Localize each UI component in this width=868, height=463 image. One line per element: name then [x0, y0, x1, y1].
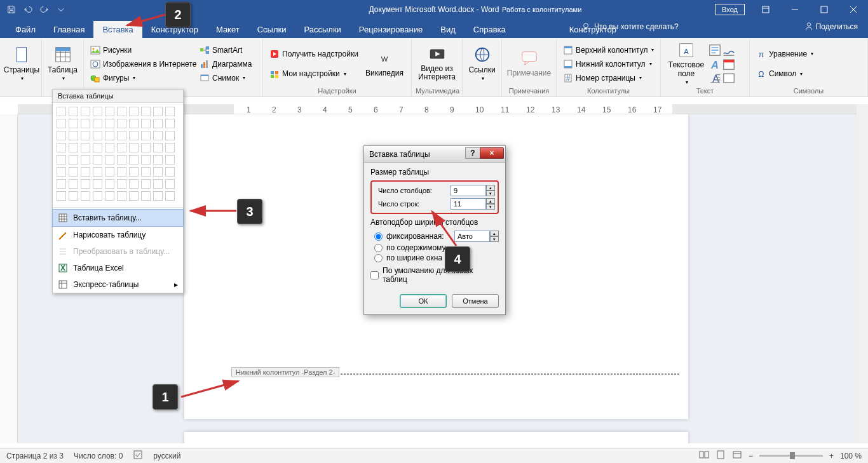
- columns-input[interactable]: [451, 185, 486, 196]
- tab-help[interactable]: Справка: [465, 21, 515, 38]
- columns-label: Число столбцов:: [378, 187, 432, 194]
- language-indicator[interactable]: русский: [153, 452, 180, 460]
- svg-rect-50: [134, 451, 142, 459]
- links-button[interactable]: Ссылки▾: [466, 41, 498, 85]
- rows-input[interactable]: [451, 198, 486, 210]
- screenshot-button[interactable]: Снимок▾: [197, 71, 259, 85]
- tab-references[interactable]: Ссылки: [248, 21, 295, 38]
- group-media: Видео из Интернета Мультимедиа: [412, 38, 463, 97]
- share-label: Поделиться: [816, 22, 858, 31]
- read-mode-icon[interactable]: [699, 450, 709, 462]
- zoom-slider[interactable]: [759, 455, 823, 457]
- wordart-icon[interactable]: A: [708, 57, 722, 71]
- fixed-spinner[interactable]: ▴▾: [490, 231, 499, 242]
- menu-insert-table[interactable]: Вставить таблицу...: [52, 209, 184, 227]
- svg-point-8: [93, 48, 95, 50]
- fixed-width-radio[interactable]: [374, 232, 383, 241]
- vertical-ruler[interactable]: [0, 114, 18, 443]
- menu-excel-table[interactable]: XТаблица Excel: [53, 260, 183, 276]
- symbol-button[interactable]: ΩСимвол▾: [754, 67, 816, 81]
- tab-review[interactable]: Рецензирование: [350, 21, 431, 38]
- equation-button[interactable]: πУравнение▾: [754, 47, 816, 61]
- maximize-icon[interactable]: [810, 0, 839, 18]
- fixed-width-input[interactable]: [454, 231, 490, 242]
- svg-rect-15: [206, 51, 209, 54]
- tab-layout[interactable]: Макет: [207, 21, 248, 38]
- rows-spinner[interactable]: ▴▾: [486, 198, 495, 210]
- my-addins-button[interactable]: Мои надстройки▾: [267, 67, 362, 81]
- redo-icon[interactable]: [37, 2, 52, 17]
- smartart-button[interactable]: SmartArt: [197, 43, 259, 57]
- ribbon-display-icon[interactable]: [751, 0, 780, 18]
- online-pictures-button[interactable]: Изображения в Интернете: [88, 57, 197, 71]
- tab-insert[interactable]: Вставка: [93, 21, 142, 38]
- signature-line-icon[interactable]: [722, 43, 736, 57]
- online-video-button[interactable]: Видео из Интернета: [416, 41, 458, 85]
- table-dropdown-menu: Вставка таблицы Вставить таблицу... Нари…: [52, 89, 184, 293]
- zoom-out-button[interactable]: −: [749, 452, 753, 460]
- quick-parts-icon[interactable]: [708, 43, 722, 57]
- svg-rect-7: [91, 46, 100, 54]
- ok-button[interactable]: ОК: [400, 294, 447, 308]
- dialog-help-button[interactable]: ?: [465, 147, 480, 159]
- chart-button[interactable]: Диаграмма: [197, 57, 259, 71]
- menu-quick-tables[interactable]: Экспресс-таблицы▸: [53, 276, 183, 293]
- minimize-icon[interactable]: [780, 0, 810, 18]
- object-icon[interactable]: [722, 71, 736, 85]
- vertical-scrollbar[interactable]: [857, 104, 868, 443]
- date-time-icon[interactable]: [722, 57, 736, 71]
- textbox-button[interactable]: AТекстовое поле▾: [665, 41, 708, 85]
- remember-checkbox[interactable]: [370, 271, 379, 279]
- table-button[interactable]: Таблица▾: [46, 41, 79, 85]
- login-button[interactable]: Вход: [715, 4, 745, 15]
- web-layout-icon[interactable]: [732, 450, 742, 462]
- content-label: по содержимому: [386, 243, 445, 252]
- page-indicator[interactable]: Страница 2 из 3: [6, 452, 64, 460]
- word-count[interactable]: Число слов: 0: [74, 452, 123, 460]
- columns-spinner[interactable]: ▴▾: [486, 185, 495, 196]
- pages-button[interactable]: Страницы▾: [4, 41, 39, 85]
- shapes-button[interactable]: Фигуры▾: [88, 71, 197, 85]
- table-grid-picker[interactable]: [53, 103, 183, 206]
- svg-rect-54: [733, 452, 741, 458]
- zoom-level[interactable]: 100 %: [840, 452, 862, 460]
- svg-rect-17: [203, 62, 205, 68]
- svg-rect-46: [59, 214, 67, 222]
- get-addins-button[interactable]: Получить надстройки: [267, 47, 362, 61]
- close-icon[interactable]: [839, 0, 868, 18]
- page-number-button[interactable]: #Номер страницы▾: [560, 71, 656, 85]
- save-icon[interactable]: [4, 2, 19, 17]
- undo-icon[interactable]: [20, 2, 36, 17]
- tab-mailings[interactable]: Рассылки: [295, 21, 349, 38]
- lightbulb-icon: [581, 22, 590, 31]
- titlebar: Документ Microsoft Word.docx - Word Рабо…: [0, 0, 868, 18]
- wikipedia-button[interactable]: WВикипедия: [362, 41, 407, 85]
- qat-customize-icon[interactable]: [53, 2, 69, 17]
- tell-me-search[interactable]: Что вы хотите сделать?: [575, 22, 685, 31]
- spell-check-icon[interactable]: [133, 450, 143, 462]
- print-layout-icon[interactable]: [715, 450, 726, 462]
- share-button[interactable]: Поделиться: [804, 22, 858, 31]
- tab-home[interactable]: Главная: [44, 21, 93, 38]
- svg-rect-29: [522, 52, 536, 62]
- zoom-in-button[interactable]: +: [829, 452, 834, 460]
- tab-view[interactable]: Вид: [431, 21, 465, 38]
- svg-rect-25: [275, 75, 278, 78]
- tab-file[interactable]: Файл: [6, 21, 44, 38]
- page-2[interactable]: [184, 432, 688, 443]
- pictures-button[interactable]: Рисунки: [88, 43, 197, 57]
- menu-draw-table[interactable]: Нарисовать таблицу: [53, 227, 183, 243]
- fixed-label: фиксированная:: [386, 232, 444, 241]
- dialog-close-button[interactable]: ×: [480, 147, 504, 159]
- autofit-window-radio[interactable]: [374, 254, 383, 262]
- document-title: Документ Microsoft Word.docx - Word: [369, 5, 499, 14]
- dialog-titlebar[interactable]: Вставка таблицы ? ×: [364, 146, 505, 163]
- cancel-button[interactable]: Отмена: [452, 294, 499, 308]
- footer-button[interactable]: Нижний колонтитул▾: [560, 57, 656, 71]
- header-button[interactable]: Верхний колонтитул▾: [560, 43, 656, 57]
- drop-cap-icon[interactable]: A: [708, 71, 722, 85]
- svg-rect-4: [17, 47, 27, 62]
- autofit-content-radio[interactable]: [374, 244, 383, 252]
- svg-rect-12: [95, 77, 99, 82]
- insert-table-dialog: Вставка таблицы ? × Размер таблицы Число…: [363, 145, 506, 315]
